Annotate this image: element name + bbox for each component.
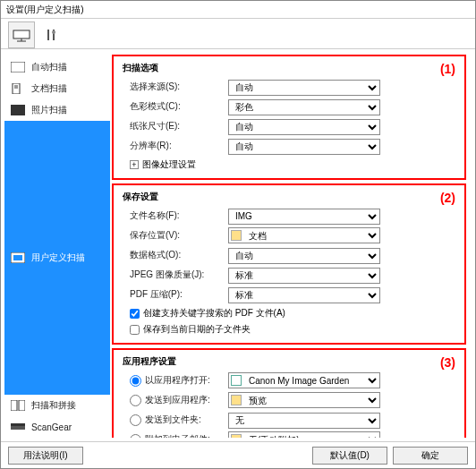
radio-send-folder[interactable] [130,414,141,426]
jpeg-select[interactable]: 标准 [228,268,380,284]
color-label: 色彩模式(C): [123,100,228,113]
chk-pdf-keyword[interactable]: 创建支持关键字搜索的 PDF 文件(A) [123,305,418,321]
svg-rect-6 [11,62,25,72]
resolution-label: 分辨率(R): [123,140,228,152]
chk-date-subfolder-label: 保存到当前日期的子文件夹 [143,323,251,336]
svg-rect-7 [13,83,20,94]
top-toolbar [1,19,475,49]
chk-pdf-keyword-label: 创建支持关键字搜索的 PDF 文件(A) [143,307,285,320]
group-title: 扫描选项 [123,62,418,74]
chk-date-subfolder[interactable]: 保存到当前日期的子文件夹 [123,321,418,337]
group-title: 应用程序设置 [123,355,418,368]
auto-scan-icon [10,61,26,73]
pdf-select[interactable]: 标准 [228,287,380,303]
radio-attach-email-label: 附加到电子邮件: [145,433,210,438]
source-select[interactable]: 自动 [228,80,380,96]
radio-send-app[interactable] [130,395,141,406]
pdf-label: PDF 压缩(P): [123,288,228,301]
filename-select[interactable]: IMG [228,209,380,225]
format-label: 数据格式(O): [123,249,228,261]
group-title: 保存设置 [123,191,418,203]
toolbar-scanner-icon[interactable] [8,21,35,48]
paper-label: 纸张尺寸(E): [123,120,228,132]
defaults-button[interactable]: 默认值(D) [312,447,387,465]
svg-point-5 [52,30,55,34]
sidebar-item-label: 扫描和拼接 [31,399,76,412]
group-number-3: (3) [440,355,455,370]
savein-label: 保存位置(V): [123,229,228,242]
group-save-settings: (2) 保存设置 文件名称(F):IMG 保存位置(V):文档 数据格式(O):… [112,183,466,345]
sidebar-item-label: 文档扫描 [31,82,67,95]
sidebar-item-stitch[interactable]: 扫描和拼接 [4,395,110,416]
group-scan-options: (1) 扫描选项 选择来源(S):自动 色彩模式(C):彩色 纸张尺寸(E):自… [112,55,466,180]
custom-scan-icon [10,252,26,264]
sidebar-item-label: ScanGear [31,422,72,432]
jpeg-label: JPEG 图像质量(J): [123,269,228,281]
ok-button[interactable]: 确定 [393,447,468,465]
paper-select[interactable]: 自动 [228,119,380,135]
photo-scan-icon [10,104,26,116]
sidebar-item-document[interactable]: 文档扫描 [4,78,110,99]
radio-attach-email[interactable] [130,434,141,439]
instructions-button[interactable]: 用法说明(I) [8,447,83,465]
radio-open-app-label: 以应用程序打开: [145,374,210,387]
radio-open-app[interactable] [130,375,141,387]
folder-icon [231,230,242,241]
radio-send-app-label: 发送到应用程序: [145,394,210,406]
sidebar-item-custom[interactable]: 用户定义扫描 [4,121,110,395]
sidebar-item-label: 用户定义扫描 [31,252,85,264]
window-title: 设置(用户定义扫描) [1,1,475,19]
filename-label: 文件名称(F): [123,209,228,222]
image-processing-label: 图像处理设置 [142,158,196,171]
sidebar-item-photo[interactable]: 照片扫描 [4,99,110,121]
source-label: 选择来源(S): [123,81,228,93]
stitch-scan-icon [10,399,26,412]
group-app-settings: (3) 应用程序设置 以应用程序打开:Canon My Image Garden… [112,348,466,438]
group-number-2: (2) [440,191,455,205]
group-number-1: (1) [440,62,455,76]
footer: 用法说明(I) 默认值(D) 确定 [1,441,475,468]
sidebar-item-label: 自动扫描 [31,61,67,73]
resolution-select[interactable]: 自动 [228,139,380,155]
chk-date-subfolder-box[interactable] [130,325,140,335]
scangear-icon [10,421,26,433]
document-scan-icon [10,82,26,95]
toolbar-tools-icon[interactable] [38,21,65,48]
svg-rect-13 [11,400,17,411]
folder-icon [231,395,242,405]
attach-email-select[interactable]: 无(手动附加) [228,431,380,438]
savein-select[interactable]: 文档 [228,227,380,243]
open-app-select[interactable]: Canon My Image Garden [228,372,380,388]
svg-rect-0 [13,30,30,38]
sidebar: 自动扫描 文档扫描 照片扫描 用户定义扫描 扫描和拼接 [4,53,110,438]
sidebar-item-label: 照片扫描 [31,104,67,116]
folder-icon [231,434,242,438]
svg-rect-10 [11,105,25,115]
svg-rect-16 [11,426,25,430]
chk-pdf-keyword-box[interactable] [130,309,140,319]
svg-rect-14 [19,400,25,411]
sidebar-item-auto[interactable]: 自动扫描 [4,56,110,78]
send-app-select[interactable]: 预览 [228,392,380,408]
expand-plus-icon[interactable]: + [130,160,139,169]
app-icon [231,375,242,386]
send-folder-select[interactable]: 无 [228,413,380,429]
format-select[interactable]: 自动 [228,248,380,264]
svg-rect-12 [13,255,22,260]
sidebar-item-scangear[interactable]: ScanGear [4,416,110,438]
color-select[interactable]: 彩色 [228,99,380,115]
radio-send-folder-label: 发送到文件夹: [145,414,201,426]
